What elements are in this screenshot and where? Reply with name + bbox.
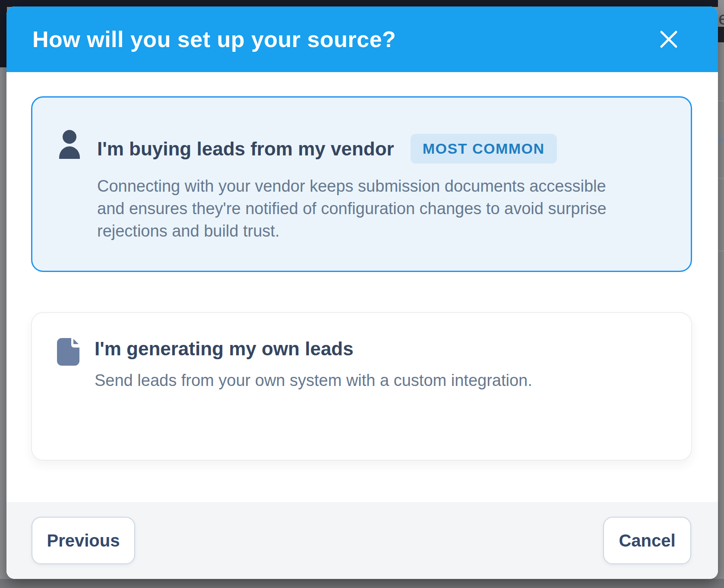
background-row-line bbox=[718, 250, 724, 251]
background-row-line bbox=[718, 178, 724, 179]
close-button[interactable] bbox=[656, 26, 682, 52]
background-dark-navbar-left bbox=[0, 0, 7, 67]
background-content-dash bbox=[718, 137, 723, 142]
option-description: Connecting with your vendor keeps submis… bbox=[97, 175, 665, 242]
document-icon bbox=[57, 338, 79, 366]
background-row-line bbox=[718, 101, 724, 101]
cancel-button[interactable]: Cancel bbox=[603, 517, 691, 564]
background-dark-navbar bbox=[0, 0, 724, 7]
person-icon bbox=[57, 130, 82, 159]
previous-button[interactable]: Previous bbox=[32, 517, 135, 564]
description-line: rejections and build trust. bbox=[97, 220, 665, 242]
option-heading-row: I'm generating my own leads bbox=[95, 338, 665, 360]
background-page-strip: e bbox=[718, 0, 724, 588]
option-heading-row: I'm buying leads from my vendor MOST COM… bbox=[97, 134, 665, 164]
option-heading: I'm generating my own leads bbox=[95, 338, 354, 360]
option-generating-leads-card[interactable]: I'm generating my own leads Send leads f… bbox=[31, 312, 692, 461]
background-bottom-strip bbox=[0, 579, 724, 588]
dialog-body: I'm buying leads from my vendor MOST COM… bbox=[6, 72, 718, 502]
description-line: and ensures they're notified of configur… bbox=[97, 197, 665, 220]
background-partial-text: e bbox=[718, 9, 724, 28]
most-common-badge: MOST COMMON bbox=[411, 134, 557, 164]
dialog-header: How will you set up your source? bbox=[6, 6, 718, 72]
source-setup-dialog: How will you set up your source? I'm buy… bbox=[6, 6, 718, 579]
dialog-title: How will you set up your source? bbox=[32, 26, 396, 52]
dialog-footer: Previous Cancel bbox=[6, 502, 718, 579]
option-heading: I'm buying leads from my vendor bbox=[97, 138, 394, 160]
description-line: Connecting with your vendor keeps submis… bbox=[97, 175, 665, 197]
option-buying-leads-card[interactable]: I'm buying leads from my vendor MOST COM… bbox=[31, 96, 692, 272]
close-icon bbox=[659, 29, 679, 49]
option-description: Send leads from your own system with a c… bbox=[95, 369, 665, 392]
background-dark-band bbox=[718, 27, 724, 42]
